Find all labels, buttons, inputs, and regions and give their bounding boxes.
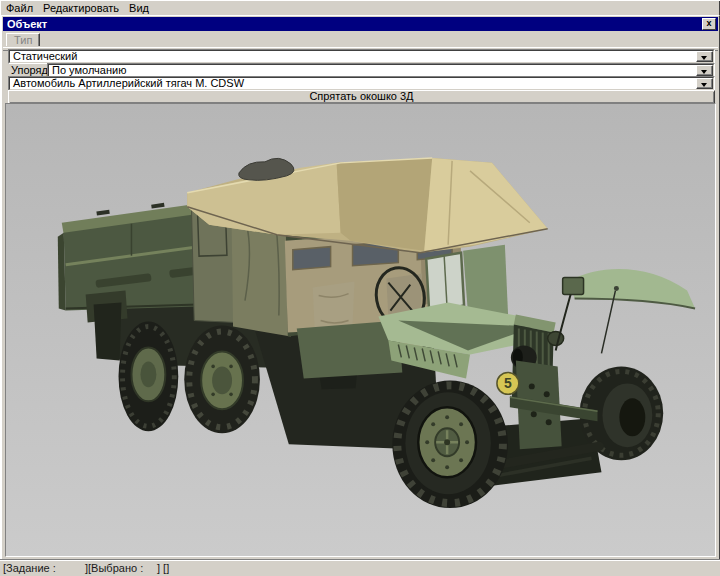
- menu-edit[interactable]: Редактировать: [38, 2, 124, 15]
- menu-bar: Файл Редактировать Вид: [1, 1, 719, 15]
- close-icon: x: [706, 18, 711, 28]
- type-combobox-dropdown-button[interactable]: [696, 51, 713, 62]
- truck-front-wheel: [392, 380, 508, 508]
- type-combobox-value: Статический: [9, 50, 714, 63]
- application-window: Файл Редактировать Вид Объект x Тип Стат…: [0, 0, 720, 576]
- object-combobox-value: Автомобиль Артиллерийский тягач М. CDSW: [9, 77, 714, 90]
- chevron-down-icon: [701, 56, 707, 60]
- badge-number: 5: [504, 375, 512, 391]
- object-window-titlebar[interactable]: Объект x: [3, 17, 718, 31]
- menu-view[interactable]: Вид: [124, 2, 154, 15]
- truck-render: 5: [6, 104, 715, 556]
- chevron-down-icon: [701, 83, 707, 87]
- status-task-field: [Задание :: [3, 560, 85, 576]
- 3d-viewport[interactable]: 5: [5, 103, 716, 557]
- status-tail: ] []: [157, 560, 169, 576]
- mirror: [563, 278, 584, 295]
- chevron-down-icon: [701, 70, 707, 74]
- type-combobox[interactable]: Статический: [8, 49, 715, 64]
- truck-unit-badge: 5: [497, 372, 519, 394]
- status-selected-field: ][Выбрано :: [85, 560, 157, 576]
- far-fender: [570, 269, 695, 309]
- status-bar: [Задание :][Выбрано :] []: [0, 559, 720, 576]
- object-combobox[interactable]: Автомобиль Артиллерийский тягач М. CDSW: [8, 76, 715, 91]
- menu-file[interactable]: Файл: [1, 2, 38, 15]
- object-combobox-dropdown-button[interactable]: [696, 78, 713, 89]
- object-window: Объект x Тип Статический Упорядс: По умо…: [1, 15, 720, 560]
- order-combobox-dropdown-button[interactable]: [696, 65, 713, 76]
- hide-3d-window-button[interactable]: Спрятать окошко 3Д: [8, 90, 715, 104]
- tab-strip: Тип: [3, 32, 718, 47]
- tab-type[interactable]: Тип: [6, 33, 40, 46]
- object-window-title: Объект: [7, 18, 47, 30]
- close-button[interactable]: x: [702, 18, 716, 30]
